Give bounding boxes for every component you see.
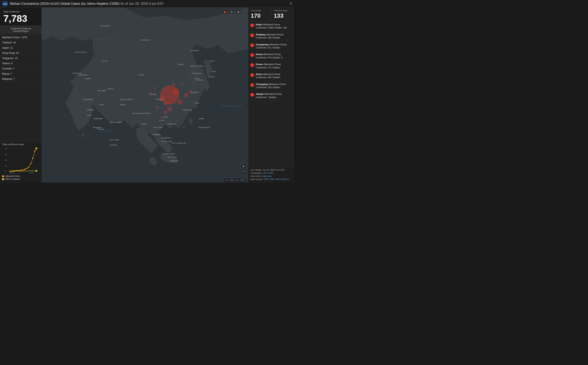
chart-title: Total confirmed cases — [2, 143, 40, 146]
deaths-label: Total Deaths — [251, 10, 269, 12]
map-close-btn[interactable]: ✕ — [242, 9, 247, 13]
jhu-logo: JHU — [2, 1, 8, 7]
region-item: Jiangxi (Mainland China)Confirmed: ; Dea… — [248, 91, 294, 101]
region-info: Zhejiang (Mainland China)Confirmed: 428;… — [256, 33, 283, 40]
svg-point-18 — [20, 170, 21, 171]
svg-text:Jan 20: Jan 20 — [9, 172, 14, 174]
list-btn[interactable]: ☰ — [229, 9, 234, 14]
country-item[interactable]: Macau: 7 — [0, 71, 42, 77]
chart-section: Total confirmed cases 8k 6k 4k 2k 0 — [0, 141, 42, 182]
region-list: Hubei (Mainland China)Confirmed: 4,586; … — [248, 21, 294, 167]
svg-text:JHU: JHU — [3, 3, 7, 5]
region-info: Anhui (Mainland China)Confirmed: 200; De… — [256, 73, 281, 79]
map-background: Pacific Ocean Bay of Bengal — [42, 7, 248, 182]
svg-point-26 — [35, 147, 37, 149]
country-item[interactable]: Mainland China: 7,678 — [0, 35, 42, 40]
total-confirmed-label: Total Confirmed — [3, 10, 38, 13]
svg-point-24 — [32, 158, 34, 159]
region-info: Hunan (Mainland China)Confirmed: 277; De… — [256, 63, 281, 69]
chart-legend: Mainland ChinaOther Locations — [2, 175, 40, 180]
map-area[interactable]: Pacific Ocean Bay of Bengal NovosibirskU… — [42, 7, 248, 182]
total-confirmed-box: Total Confirmed 7,783 — [0, 7, 42, 26]
region-info: Jiangxi (Mainland China)Confirmed: ; Dea… — [256, 92, 282, 99]
region-dot — [250, 23, 254, 27]
svg-point-27 — [35, 170, 37, 172]
svg-point-21 — [26, 168, 27, 169]
region-info: Chongqing (Mainland China)Confirmed: 165… — [256, 83, 286, 89]
svg-point-14 — [11, 170, 13, 172]
viz-text: Visualization: — [250, 172, 262, 174]
deaths-box: Total Deaths 170 — [248, 7, 271, 21]
svg-text:6k: 6k — [5, 153, 7, 155]
country-item[interactable]: Hong Kong: 10 — [0, 50, 42, 56]
country-list[interactable]: Mainland China: 7,678Thailand: 14Japan: … — [0, 34, 42, 141]
region-info: Guangdong (Mainland China)Confirmed: 311… — [256, 43, 287, 49]
svg-point-25 — [34, 150, 35, 152]
country-list-header: Confirmed Cases by Country/Region — [0, 26, 42, 34]
region-info: Hubei (Mainland China)Confirmed: 4,586; … — [256, 23, 287, 29]
country-item[interactable]: Thailand: 14 — [0, 40, 42, 45]
right-sidebar: Total Deaths 170 Total Recovered 133 Hub… — [248, 7, 294, 182]
svg-point-22 — [28, 167, 29, 168]
region-info: Henan (Mainland China)Confirmed: 278; De… — [256, 53, 282, 59]
region-item: Henan (Mainland China)Confirmed: 278; De… — [248, 51, 294, 61]
map-attribution: Esri, HERE | Esri, HERE — [224, 179, 246, 182]
svg-text:4k: 4k — [5, 159, 7, 161]
data-sources-text: Data sources: — [250, 178, 263, 180]
region-dot — [250, 73, 254, 77]
region-dot — [250, 83, 254, 87]
svg-point-20 — [24, 169, 25, 170]
region-dot — [250, 43, 254, 47]
region-item: Guangdong (Mainland China)Confirmed: 311… — [248, 41, 294, 51]
deaths-number: 170 — [251, 13, 269, 19]
recovered-box: Total Recovered 133 — [271, 7, 294, 21]
region-item: Hunan (Mainland China)Confirmed: 277; De… — [248, 61, 294, 71]
recovered-label: Total Recovered — [274, 10, 292, 12]
svg-text:8k: 8k — [5, 147, 7, 150]
svg-text:2k: 2k — [5, 165, 7, 167]
country-item[interactable]: Australia: 7 — [0, 66, 42, 71]
zoom-in-btn[interactable]: + — [241, 163, 246, 169]
menu-icon[interactable]: ≡ — [290, 1, 292, 6]
viz-link[interactable]: JHU CSSE. — [263, 172, 274, 174]
stats-row: Total Deaths 170 Total Recovered 133 — [248, 7, 294, 21]
region-dot — [250, 63, 254, 67]
svg-text:Pacific Ocean: Pacific Ocean — [222, 104, 242, 108]
chart-container: 8k 6k 4k 2k 0 Jan 20 Jan 27 — [2, 147, 40, 174]
data-links[interactable]: WHO, CDC, NHC and DXY. — [264, 178, 289, 180]
legend-item: Other Locations — [2, 178, 40, 180]
svg-point-23 — [30, 163, 31, 164]
country-item[interactable]: Taiwan: 8 — [0, 61, 42, 66]
blog-link[interactable]: blog. — [267, 175, 272, 177]
read-more-text: Read more in this — [250, 175, 267, 177]
svg-text:0: 0 — [5, 170, 6, 172]
chart-svg: 8k 6k 4k 2k 0 Jan 20 Jan 27 — [2, 147, 40, 174]
country-item[interactable]: Japan: 11 — [0, 45, 42, 50]
header-title: Wuhan Coronavirus (2019-nCoV) Global Cas… — [10, 2, 164, 6]
main-layout: Total Confirmed 7,783 Confirmed Cases by… — [0, 7, 294, 182]
region-dot — [250, 34, 254, 37]
region-item: Anhui (Mainland China)Confirmed: 200; De… — [248, 71, 294, 81]
region-item: Zhejiang (Mainland China)Confirmed: 428;… — [248, 31, 294, 41]
region-item: Hubei (Mainland China)Confirmed: 4,586; … — [248, 21, 294, 31]
legend-item: Mainland China — [2, 175, 40, 177]
header: JHU Wuhan Coronavirus (2019-nCoV) Global… — [0, 0, 294, 7]
country-item[interactable]: Singapore: 10 — [0, 56, 42, 61]
svg-text:Bay of Bengal: Bay of Bengal — [99, 130, 112, 133]
svg-text:Jan 27: Jan 27 — [29, 172, 34, 174]
region-dot — [250, 53, 254, 57]
region-dot — [250, 93, 254, 97]
country-item[interactable]: Malaysia: 7 — [0, 77, 42, 82]
total-confirmed-number: 7,783 — [3, 14, 38, 23]
svg-point-19 — [22, 169, 23, 171]
region-item: Chongqing (Mainland China)Confirmed: 165… — [248, 81, 294, 91]
last-update-text: Last Update: Jan 29, 2020 9 pm EST. — [250, 169, 285, 171]
zoom-out-btn[interactable]: − — [241, 169, 246, 174]
zoom-controls: + − — [241, 163, 246, 174]
recovered-number: 133 — [274, 13, 292, 19]
map-toolbar: 🔖 ☰ ⊞ — [222, 9, 241, 14]
bookmark-btn[interactable]: 🔖 — [222, 9, 228, 14]
grid-btn[interactable]: ⊞ — [236, 9, 241, 14]
left-sidebar: Total Confirmed 7,783 Confirmed Cases by… — [0, 7, 42, 182]
data-sources: Last Update: Jan 29, 2020 9 pm EST. Visu… — [248, 167, 294, 182]
